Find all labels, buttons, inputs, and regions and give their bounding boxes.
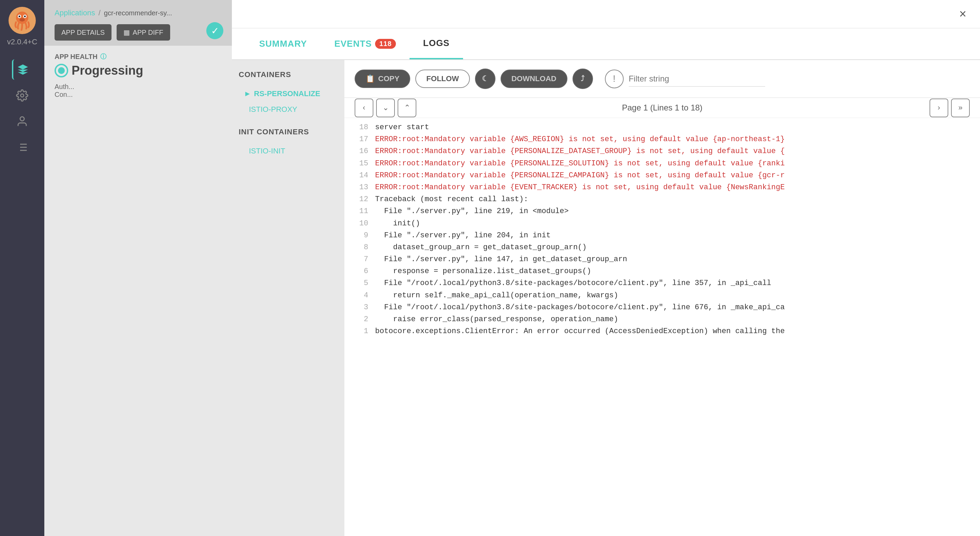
app-health-status: Progressing: [54, 64, 222, 78]
log-toolbar: 📋 COPY FOLLOW ☾ DOWNLOAD ⤴ !: [344, 60, 980, 98]
log-pagination: ‹ ⌄ ⌃ Page 1 (Lines 1 to 18) › »: [344, 98, 980, 118]
log-line: 7 File "./server.py", line 147, in get_d…: [351, 253, 973, 265]
log-line: 6 response = personalize.list_dataset_gr…: [351, 265, 973, 277]
log-line-text: ERROR:root:Mandatory variable {AWS_REGIO…: [375, 133, 784, 145]
prev-page-button[interactable]: ⌄: [376, 99, 395, 117]
log-line: 2 raise error_class(parsed_response, ope…: [351, 313, 973, 325]
log-line-text: File "/root/.local/python3.8/site-packag…: [375, 277, 771, 289]
log-line-number: 15: [351, 157, 368, 169]
log-line-number: 2: [351, 313, 368, 325]
container-item-istio-init[interactable]: ISTIO-INIT: [239, 143, 337, 159]
moon-icon: ☾: [482, 74, 488, 83]
log-line-number: 5: [351, 277, 368, 289]
sidebar-icon-user[interactable]: [12, 111, 32, 132]
init-containers-title: INIT CONTAINERS: [239, 127, 337, 137]
sync-check-container: ✓: [206, 22, 223, 39]
log-line-number: 17: [351, 133, 368, 145]
log-line: 8 dataset_group_arn = get_dataset_group_…: [351, 242, 973, 253]
containers-panel: CONTAINERS ► RS-PERSONALIZE ISTIO-PROXY …: [232, 60, 344, 536]
avatar: [8, 7, 36, 34]
top-bar: ×: [232, 0, 980, 28]
log-line-text: File "./server.py", line 219, in <module…: [375, 205, 569, 217]
panel-body: APP HEALTH ⓘ Progressing Auth... Con...: [45, 46, 232, 105]
log-line-text: response = personalize.list_dataset_grou…: [375, 265, 591, 277]
log-line-number: 16: [351, 145, 368, 157]
next-page-up-button[interactable]: ⌃: [398, 99, 416, 117]
external-link-button[interactable]: ⤴: [573, 68, 593, 89]
filter-input[interactable]: [629, 71, 765, 87]
log-line: 1botocore.exceptions.ClientError: An err…: [351, 325, 973, 337]
tab-logs[interactable]: LOGS: [409, 28, 463, 59]
follow-button[interactable]: FOLLOW: [415, 70, 469, 88]
svg-point-0: [16, 11, 28, 24]
arrow-icon: ►: [244, 89, 251, 98]
log-line: 17ERROR:root:Mandatory variable {AWS_REG…: [351, 133, 973, 145]
version-label: v2.0.4+C: [7, 38, 38, 46]
sidebar-icon-list[interactable]: [12, 137, 32, 157]
log-line-number: 13: [351, 181, 368, 193]
log-line: 16ERROR:root:Mandatory variable {PERSONA…: [351, 145, 973, 157]
logs-content: CONTAINERS ► RS-PERSONALIZE ISTIO-PROXY …: [232, 60, 980, 536]
sidebar-icon-layers[interactable]: [12, 59, 32, 80]
log-viewer: 📋 COPY FOLLOW ☾ DOWNLOAD ⤴ !: [344, 60, 980, 536]
auth-label: Auth...: [54, 83, 222, 91]
log-line-text: ERROR:root:Mandatory variable {PERSONALI…: [375, 145, 784, 157]
log-line-number: 12: [351, 193, 368, 205]
log-line-number: 10: [351, 218, 368, 229]
health-indicator: [54, 64, 68, 77]
log-line: 4 return self._make_api_call(operation_n…: [351, 289, 973, 301]
log-line-number: 4: [351, 289, 368, 301]
svg-point-3: [19, 16, 21, 17]
copy-button[interactable]: 📋 COPY: [355, 70, 410, 88]
breadcrumb-applications[interactable]: Applications: [54, 8, 95, 17]
tab-events[interactable]: EVENTS 118: [321, 28, 409, 59]
download-button[interactable]: DOWNLOAD: [501, 70, 567, 88]
next-page-button[interactable]: ›: [929, 99, 948, 117]
dark-mode-button[interactable]: ☾: [475, 68, 495, 89]
log-line: 11 File "./server.py", line 219, in <mod…: [351, 205, 973, 217]
log-line: 15ERROR:root:Mandatory variable {PERSONA…: [351, 157, 973, 169]
breadcrumb: Applications / gcr-recommender-sy...: [54, 8, 222, 17]
log-line-text: init(): [375, 218, 420, 229]
log-line-text: return self._make_api_call(operation_nam…: [375, 289, 618, 301]
left-panel: Applications / gcr-recommender-sy... APP…: [45, 0, 232, 536]
page-nav-right: › »: [929, 99, 970, 117]
log-line: 3 File "/root/.local/python3.8/site-pack…: [351, 301, 973, 313]
filter-exclaim-button[interactable]: !: [605, 70, 624, 88]
info-circle-icon: ⓘ: [100, 52, 107, 61]
log-line-text: ERROR:root:Mandatory variable {PERSONALI…: [375, 157, 784, 169]
log-line-number: 9: [351, 229, 368, 242]
svg-point-5: [19, 18, 25, 21]
filter-area: !: [605, 70, 970, 88]
log-line: 10 init(): [351, 218, 973, 229]
log-line: 14ERROR:root:Mandatory variable {PERSONA…: [351, 169, 973, 181]
tabs: SUMMARY EVENTS 118 LOGS: [232, 28, 980, 60]
log-line-text: File "./server.py", line 147, in get_dat…: [375, 253, 627, 265]
container-item-rs-personalize[interactable]: ► RS-PERSONALIZE: [239, 86, 337, 102]
close-button[interactable]: ×: [959, 7, 966, 21]
log-line-text: ERROR:root:Mandatory variable {PERSONALI…: [375, 169, 784, 181]
tab-summary[interactable]: SUMMARY: [245, 28, 321, 59]
copy-icon: 📋: [366, 74, 375, 83]
sidebar-icon-settings[interactable]: [12, 85, 32, 106]
app-details-button[interactable]: APP DETAILS: [54, 24, 111, 41]
container-item-istio-proxy[interactable]: ISTIO-PROXY: [239, 102, 337, 117]
last-page-button[interactable]: »: [951, 99, 970, 117]
first-page-button[interactable]: ‹: [355, 99, 373, 117]
app-health-text: Progressing: [72, 64, 143, 78]
log-line: 18server start: [351, 121, 973, 133]
main-area: × SUMMARY EVENTS 118 LOGS CONTAINERS ► R…: [232, 0, 980, 536]
log-line-number: 6: [351, 265, 368, 277]
external-link-icon: ⤴: [581, 74, 584, 83]
log-line-text: server start: [375, 121, 429, 133]
panel-top: Applications / gcr-recommender-sy... APP…: [45, 0, 232, 46]
log-line-text: botocore.exceptions.ClientError: An erro…: [375, 325, 784, 337]
page-info: Page 1 (Lines 1 to 18): [622, 103, 702, 113]
breadcrumb-separator: /: [99, 8, 100, 17]
svg-point-4: [24, 16, 26, 17]
events-badge: 118: [375, 39, 396, 49]
log-line-number: 11: [351, 205, 368, 217]
log-line-number: 18: [351, 121, 368, 133]
log-line-text: raise error_class(parsed_response, opera…: [375, 313, 618, 325]
app-diff-button[interactable]: ▦ APP DIFF: [117, 24, 170, 41]
